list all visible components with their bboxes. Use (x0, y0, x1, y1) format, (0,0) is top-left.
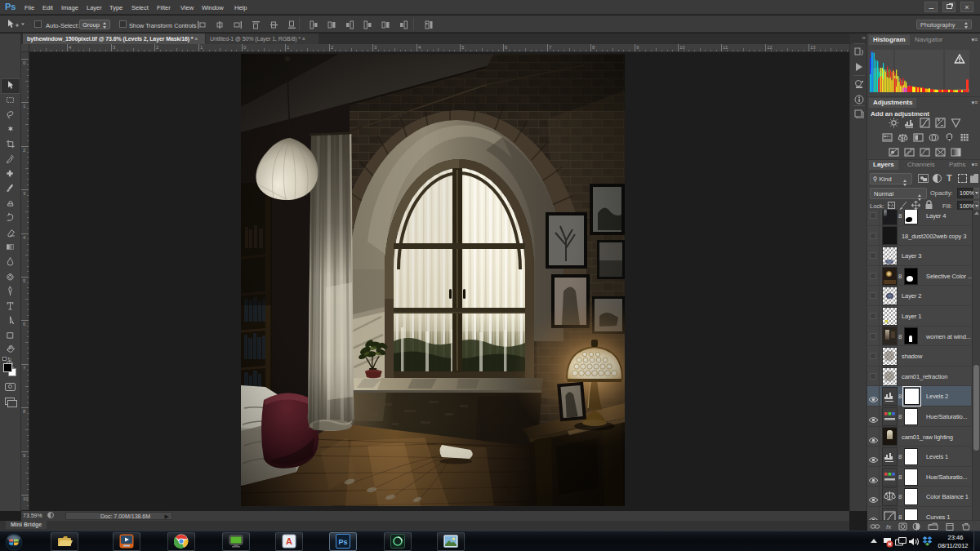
svg-text:Ps: Ps (338, 538, 347, 546)
svg-text:fx: fx (886, 523, 892, 531)
svg-text:A: A (286, 536, 292, 546)
